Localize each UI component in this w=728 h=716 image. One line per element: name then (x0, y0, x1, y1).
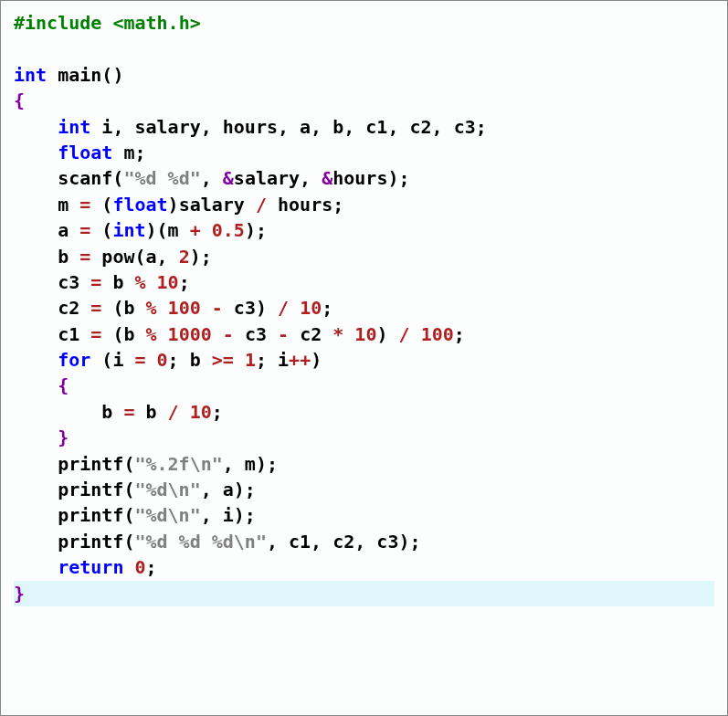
code-block: #include <math.h> int main() { int i, sa… (14, 10, 714, 606)
preproc-line: #include <math.h> (14, 12, 201, 34)
